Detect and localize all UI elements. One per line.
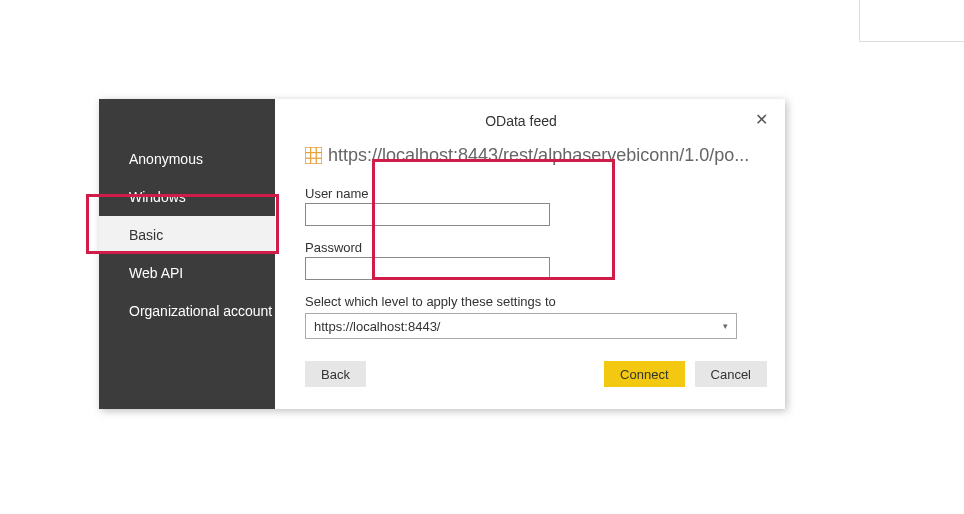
dialog-main-panel: ✕ OData feed https://localhost:8443/rest…: [275, 99, 785, 409]
close-button[interactable]: ✕: [751, 111, 771, 131]
close-icon: ✕: [755, 111, 768, 128]
username-label: User name: [305, 186, 767, 201]
username-input[interactable]: [305, 203, 550, 226]
connect-button[interactable]: Connect: [604, 361, 684, 387]
background-panel-edge: [859, 0, 964, 42]
sidebar-item-label: Organizational account: [129, 303, 272, 319]
cancel-button[interactable]: Cancel: [695, 361, 767, 387]
sidebar-item-windows[interactable]: Windows: [99, 178, 275, 216]
back-button[interactable]: Back: [305, 361, 366, 387]
dialog-title: OData feed: [275, 113, 767, 129]
level-select-label: Select which level to apply these settin…: [305, 294, 767, 309]
svg-rect-0: [305, 147, 322, 164]
level-select-value: https://localhost:8443/: [314, 319, 440, 334]
sidebar-item-organizational-account[interactable]: Organizational account: [99, 292, 275, 330]
feed-url-text: https://localhost:8443/rest/alphaservebi…: [328, 145, 749, 166]
password-input[interactable]: [305, 257, 550, 280]
auth-method-sidebar: Anonymous Windows Basic Web API Organiza…: [99, 99, 275, 409]
sidebar-item-label: Web API: [129, 265, 183, 281]
sidebar-item-label: Basic: [129, 227, 163, 243]
table-icon: [305, 147, 322, 164]
password-label: Password: [305, 240, 767, 255]
odata-feed-dialog: Anonymous Windows Basic Web API Organiza…: [99, 99, 785, 409]
chevron-down-icon: ▾: [723, 321, 728, 331]
dialog-button-row: Back Connect Cancel: [305, 361, 767, 387]
level-select[interactable]: https://localhost:8443/ ▾: [305, 313, 737, 339]
sidebar-item-label: Windows: [129, 189, 186, 205]
feed-url-row: https://localhost:8443/rest/alphaservebi…: [305, 145, 767, 166]
sidebar-item-label: Anonymous: [129, 151, 203, 167]
sidebar-item-basic[interactable]: Basic: [99, 216, 275, 254]
sidebar-item-web-api[interactable]: Web API: [99, 254, 275, 292]
sidebar-item-anonymous[interactable]: Anonymous: [99, 140, 275, 178]
